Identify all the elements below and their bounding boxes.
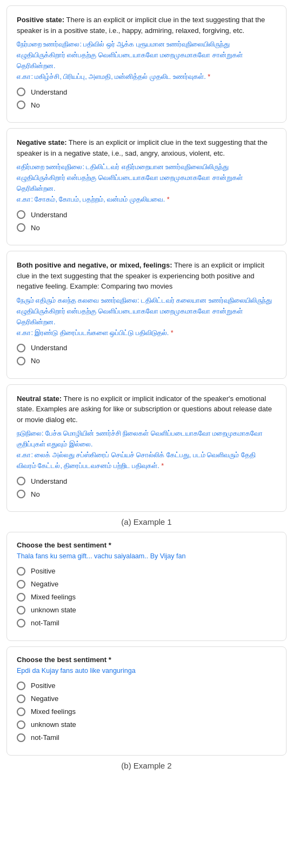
radio-label: Understand (31, 211, 67, 219)
sentiment-radio-label: Negative (31, 580, 58, 588)
radio-option-understand[interactable]: Understand (17, 477, 276, 485)
sentiment-option-not-tamil[interactable]: not-Tamil (17, 733, 276, 742)
required-star: * (206, 73, 210, 81)
sentiment-radio-group: PositiveNegativeMixed feelingsunknown st… (17, 682, 276, 742)
sentiment-option-not-tamil[interactable]: not-Tamil (17, 619, 276, 627)
card-title-prefix: Negative state: (17, 138, 66, 146)
radio-group: UnderstandNo (17, 210, 276, 232)
required-star: * (159, 462, 164, 470)
section-b-caption: (b) Example 2 (0, 761, 293, 770)
radio-label: Understand (31, 477, 67, 485)
radio-circle (17, 88, 25, 96)
sentiment-radio-label: unknown state (31, 606, 76, 614)
card-tamil-text: எதிர்மறை உணர்வுநிலை: டதிலிட்டவர் எதிர்மற… (17, 162, 276, 205)
radio-circle (17, 477, 25, 485)
radio-circle (17, 733, 25, 742)
sentiment-prompt: Choose the best sentiment * (17, 541, 276, 549)
sentiment-option-unknown-state[interactable]: unknown state (17, 720, 276, 729)
radio-circle (17, 101, 25, 109)
sentiment-option-negative[interactable]: Negative (17, 580, 276, 589)
instruction-card-card-neutral: Neutral state: There is no explicit or i… (6, 384, 287, 512)
card-tamil-text: நேரும் எதிரும் கலந்த கலவை உணர்வுநிலை: டத… (17, 295, 276, 338)
radio-circle (17, 619, 25, 627)
required-star: * (165, 196, 169, 203)
section-a-caption: (a) Example 1 (0, 517, 293, 526)
card-title-prefix: Both positive and negative, or mixed, fe… (17, 261, 172, 269)
radio-label: No (31, 490, 40, 498)
sentiment-option-negative[interactable]: Negative (17, 695, 276, 703)
card-tamil-text: நடுநிலை: பேச்சு மொழியின் உணர்ச்சி நிலைகள… (17, 428, 276, 471)
radio-circle (17, 344, 25, 352)
instruction-card-card-negative: Negative state: There is an explicit or … (6, 128, 287, 245)
radio-group: UnderstandNo (17, 88, 276, 109)
sentiment-radio-label: Mixed feelings (31, 707, 76, 716)
radio-circle (17, 606, 25, 615)
radio-circle (17, 695, 25, 703)
card-title: Positive state: There is an explicit or … (17, 15, 276, 36)
radio-option-understand[interactable]: Understand (17, 344, 276, 352)
radio-label: No (31, 224, 40, 232)
radio-label: No (31, 101, 40, 109)
radio-circle (17, 720, 25, 729)
sentiment-radio-label: Negative (31, 695, 58, 703)
card-tamil-text: நேர்மறை உணர்வுநிலை: பதிவில் ஒர் ஆக்க புர… (17, 39, 276, 82)
sentiment-radio-label: unknown state (31, 720, 76, 729)
radio-group: UnderstandNo (17, 344, 276, 365)
sentiment-radio-label: not-Tamil (31, 733, 59, 742)
sentiment-radio-label: not-Tamil (31, 619, 59, 627)
radio-group: UnderstandNo (17, 477, 276, 498)
radio-circle (17, 357, 25, 365)
sentiment-radio-label: Mixed feelings (31, 593, 76, 601)
sentiment-card-q1: Choose the best sentiment *Thala fans ku… (6, 532, 287, 641)
radio-option-understand[interactable]: Understand (17, 210, 276, 219)
sentiment-option-mixed-feelings[interactable]: Mixed feelings (17, 707, 276, 716)
sentiment-sub-text: Epdi da Kujay fans auto like vanguringa (17, 666, 276, 676)
sentiment-radio-label: Positive (31, 682, 56, 690)
radio-option-no[interactable]: No (17, 490, 276, 498)
radio-option-no[interactable]: No (17, 357, 276, 365)
instruction-card-card-mixed: Both positive and negative, or mixed, fe… (6, 251, 287, 379)
card-title: Both positive and negative, or mixed, fe… (17, 260, 276, 292)
sentiment-option-positive[interactable]: Positive (17, 682, 276, 690)
radio-option-understand[interactable]: Understand (17, 88, 276, 96)
radio-circle (17, 682, 25, 690)
card-title: Neutral state: There is no explicit or i… (17, 393, 276, 425)
radio-circle (17, 707, 25, 716)
instruction-card-card-positive: Positive state: There is an explicit or … (6, 5, 287, 123)
sentiment-prompt: Choose the best sentiment * (17, 656, 276, 664)
sentiment-radio-group: PositiveNegativeMixed feelingsunknown st… (17, 567, 276, 627)
radio-circle (17, 593, 25, 602)
radio-circle (17, 223, 25, 232)
sentiment-sub-text: Thala fans ku sema gift... vachu saiyala… (17, 551, 276, 562)
sentiment-option-unknown-state[interactable]: unknown state (17, 606, 276, 615)
radio-option-no[interactable]: No (17, 101, 276, 109)
card-title-prefix: Neutral state: (17, 395, 62, 403)
radio-circle (17, 580, 25, 589)
sentiment-card-q2: Choose the best sentiment *Epdi da Kujay… (6, 646, 287, 756)
radio-label: Understand (31, 344, 67, 352)
sentiment-option-positive[interactable]: Positive (17, 567, 276, 576)
radio-circle (17, 567, 25, 576)
radio-circle (17, 210, 25, 219)
radio-circle (17, 490, 25, 498)
card-title-prefix: Positive state: (17, 16, 64, 24)
card-title: Negative state: There is an explicit or … (17, 137, 276, 158)
radio-label: No (31, 357, 40, 365)
radio-option-no[interactable]: No (17, 223, 276, 232)
radio-label: Understand (31, 88, 67, 96)
sentiment-radio-label: Positive (31, 567, 56, 575)
sentiment-option-mixed-feelings[interactable]: Mixed feelings (17, 593, 276, 602)
required-star: * (169, 329, 173, 337)
